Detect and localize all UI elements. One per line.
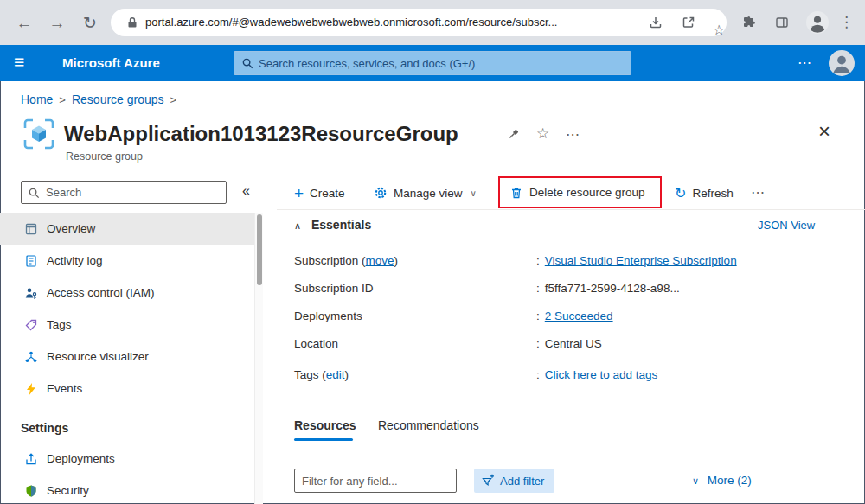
breadcrumb-separator: > xyxy=(170,93,177,106)
download-icon[interactable] xyxy=(649,16,663,33)
sidebar-item-deployments[interactable]: Deployments xyxy=(0,443,254,475)
pin-icon[interactable] xyxy=(505,127,521,146)
sidebar-item-activity-log[interactable]: Activity log xyxy=(0,245,254,277)
filter-input[interactable] xyxy=(294,469,457,493)
separator: : xyxy=(536,254,540,267)
tab-recommendations[interactable]: Recommendations xyxy=(378,418,479,432)
row-value: :Click here to add tags xyxy=(536,368,657,381)
hamburger-menu-icon[interactable]: ≡ xyxy=(14,52,24,73)
sidebar-item-label: Deployments xyxy=(47,452,115,465)
browser-refresh-icon[interactable]: ↻ xyxy=(78,11,102,35)
breadcrumb-home[interactable]: Home xyxy=(21,93,53,106)
json-view-link[interactable]: JSON View xyxy=(758,219,815,232)
deployments-icon xyxy=(24,452,38,466)
sidebar-item-overview[interactable]: Overview xyxy=(0,213,254,245)
row-label: Subscription (move) xyxy=(294,254,398,267)
add-filter-label: Add filter xyxy=(500,475,544,488)
azure-more-icon[interactable]: ⋯ xyxy=(798,54,811,71)
overview-icon xyxy=(24,222,38,236)
sidebar-item-label: Resource visualizer xyxy=(47,350,149,363)
separator: : xyxy=(536,282,540,295)
activity-log-icon xyxy=(24,254,38,268)
trash-icon xyxy=(509,186,523,200)
essentials-title: Essentials xyxy=(311,218,371,232)
scrollbar-thumb[interactable] xyxy=(257,214,262,285)
sidebar-item-events[interactable]: Events xyxy=(0,373,254,405)
sidebar-item-label: Security xyxy=(47,484,89,497)
more-filters-link[interactable]: ∨ More (2) xyxy=(692,474,752,487)
sidebar-item-label: Tags xyxy=(47,318,72,331)
app-window: ← → ↻ portal.azure.com/#@wadewebwebwebwe… xyxy=(0,0,865,504)
sidebar-item-label: Events xyxy=(47,382,82,395)
azure-brand[interactable]: Microsoft Azure xyxy=(62,55,160,70)
lock-icon xyxy=(126,16,138,32)
breadcrumb-resource-groups[interactable]: Resource groups xyxy=(72,93,164,106)
close-icon[interactable]: × xyxy=(818,119,830,144)
divider xyxy=(277,209,865,210)
side-panel-icon[interactable] xyxy=(775,16,789,33)
separator: : xyxy=(536,337,540,350)
row-label: Tags (edit) xyxy=(294,368,349,381)
sidebar-item-resource-visualizer[interactable]: Resource visualizer xyxy=(0,341,254,373)
move-link[interactable]: move xyxy=(366,254,394,267)
sidebar-group-settings: Settings xyxy=(0,413,254,443)
refresh-label: Refresh xyxy=(692,187,733,200)
gear-icon xyxy=(374,186,388,200)
subscription-id-value: f5ffa771-2599-4128-a98... xyxy=(545,282,680,295)
access-control-icon xyxy=(24,286,38,300)
sidebar-item-security[interactable]: Security xyxy=(0,475,254,504)
page-title: WebApplication1013123ResourceGroup xyxy=(64,122,458,146)
chevron-down-icon: ∨ xyxy=(471,188,477,198)
essentials-row-location: Location :Central US xyxy=(294,332,836,358)
edit-tags-link[interactable]: edit xyxy=(326,368,345,381)
azure-search-input[interactable] xyxy=(259,52,625,74)
sidebar-scrollbar[interactable] xyxy=(254,213,263,504)
manage-view-button[interactable]: Manage view ∨ xyxy=(374,177,477,208)
subscription-link[interactable]: Visual Studio Enterprise Subscription xyxy=(545,254,737,267)
sidebar-item-tags[interactable]: Tags xyxy=(0,309,254,341)
sidebar-nav: Overview Activity log Access control (IA… xyxy=(0,213,254,504)
refresh-icon: ↻ xyxy=(675,185,686,201)
sidebar-search-box[interactable] xyxy=(21,181,227,204)
browser-profile-avatar[interactable] xyxy=(806,11,829,37)
chevron-up-icon: ∧ xyxy=(294,220,301,231)
command-bar-more-icon[interactable]: ⋯ xyxy=(751,184,765,201)
events-icon xyxy=(24,382,38,396)
title-more-icon[interactable]: ⋯ xyxy=(566,126,580,143)
add-tags-link[interactable]: Click here to add tags xyxy=(545,368,658,381)
azure-search-box[interactable] xyxy=(234,51,631,75)
browser-toolbar: ← → ↻ portal.azure.com/#@wadewebwebwebwe… xyxy=(0,0,865,45)
sidebar-search-input[interactable] xyxy=(46,182,222,203)
share-icon[interactable] xyxy=(682,16,695,33)
plus-icon: + xyxy=(294,185,304,201)
essentials-toggle[interactable]: ∧ Essentials xyxy=(294,218,371,232)
azure-account-avatar[interactable] xyxy=(829,50,855,76)
tab-resources[interactable]: Resources xyxy=(294,418,356,432)
row-value: :f5ffa771-2599-4128-a98... xyxy=(536,282,680,295)
bookmark-star-icon[interactable]: ☆ xyxy=(713,22,725,38)
more-label: More (2) xyxy=(708,474,752,487)
deployments-link[interactable]: 2 Succeeded xyxy=(545,309,613,322)
refresh-button[interactable]: ↻ Refresh xyxy=(675,177,734,208)
browser-forward-icon[interactable]: → xyxy=(45,11,69,35)
row-value: :2 Succeeded xyxy=(536,309,613,322)
extensions-puzzle-icon[interactable] xyxy=(742,16,756,33)
create-label: Create xyxy=(310,187,345,200)
search-icon xyxy=(28,187,41,200)
essentials-row-deployments: Deployments :2 Succeeded xyxy=(294,304,836,330)
tags-icon xyxy=(24,318,38,332)
add-filter-button[interactable]: Add filter xyxy=(474,469,554,493)
address-bar[interactable]: portal.azure.com/#@wadewebwebwebwebweb.o… xyxy=(111,9,727,36)
favorite-star-icon[interactable]: ☆ xyxy=(536,124,549,143)
security-shield-icon xyxy=(24,484,38,498)
row-label: Location xyxy=(294,337,338,350)
command-bar: + Create Manage view ∨ Delete resource g… xyxy=(277,177,865,208)
essentials-row-subscription-id: Subscription ID :f5ffa771-2599-4128-a98.… xyxy=(294,277,836,303)
sidebar-collapse-icon[interactable]: « xyxy=(242,183,250,199)
sidebar-item-access-control[interactable]: Access control (IAM) xyxy=(0,277,254,309)
create-button[interactable]: + Create xyxy=(294,177,345,208)
delete-resource-group-button[interactable]: Delete resource group xyxy=(500,178,660,207)
add-filter-funnel-icon xyxy=(481,474,495,488)
browser-menu-icon[interactable]: ⋮ xyxy=(839,13,854,31)
browser-back-icon[interactable]: ← xyxy=(12,11,36,35)
